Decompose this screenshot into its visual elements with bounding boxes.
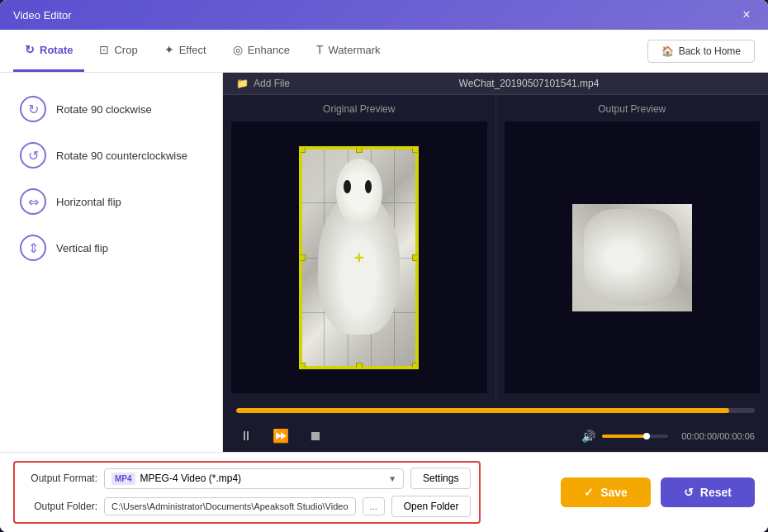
tab-effect[interactable]: ✦ Effect [153,30,218,72]
save-label: Save [600,486,628,499]
format-row: Output Format: MP4 MPEG-4 Video (*.mp4) … [23,468,471,489]
folder-row: Output Folder: C:\Users\Administrator\Do… [23,496,471,517]
enhance-tab-icon: ◎ [233,43,243,56]
output-dog [572,204,692,311]
tab-rotate[interactable]: ↻ Rotate [13,30,84,72]
volume-fill [602,435,648,438]
time-display: 00:00:00/00:00:06 [681,431,755,441]
flip-v-label: Vertical flip [56,242,108,254]
rotate-cw-label: Rotate 90 clockwise [56,103,152,116]
save-button[interactable]: ✓ Save [561,477,651,507]
folder-path-display: C:\Users\Administrator\Documents\Apeakso… [104,497,356,515]
more-options-button[interactable]: ... [363,497,385,515]
reset-refresh-icon: ↺ [684,486,694,499]
add-file-button[interactable]: 📁 Add File [236,78,290,89]
output-folder-label: Output Folder: [23,501,97,512]
title-bar: Video Editor × [0,0,768,30]
volume-bar[interactable] [602,435,668,438]
tab-crop[interactable]: ⊡ Crop [88,30,149,72]
rotate-ccw-icon: ↺ [20,142,46,169]
right-panel: 📁 Add File WeChat_20190507101541.mp4 Ori… [223,73,768,452]
output-preview-panel: Output Preview [496,95,769,401]
output-preview-label: Output Preview [598,103,666,115]
window-title: Video Editor [13,9,72,21]
action-buttons: ✓ Save ↺ Reset [561,477,755,507]
tool-flip-h[interactable]: ⇔ Horizontal flip [0,178,222,225]
output-dog-body [584,209,680,306]
reset-label: Reset [700,486,732,499]
output-video-canvas [505,121,761,393]
dog-head [336,159,382,225]
mp4-badge: MP4 [111,473,135,485]
timeline-area[interactable] [223,401,768,420]
output-video [572,204,692,311]
tab-watermark[interactable]: T Watermark [305,30,392,72]
tool-flip-v[interactable]: ⇕ Vertical flip [0,225,222,271]
back-home-label: Back to Home [679,45,741,57]
pause-button[interactable]: ⏸ [236,425,256,447]
fast-forward-button[interactable]: ⏩ [269,425,292,447]
original-video: + [299,146,419,369]
tab-rotate-label: Rotate [40,44,73,56]
original-video-canvas: + [231,121,487,393]
toolbar: ↻ Rotate ⊡ Crop ✦ Effect ◎ Enhance T Wat… [0,30,768,73]
tab-crop-label: Crop [114,44,137,56]
stop-button[interactable]: ⏹ [306,425,325,447]
dog-eye-left [344,180,350,193]
settings-button[interactable]: Settings [410,468,471,489]
home-icon: 🏠 [661,45,674,57]
tab-watermark-label: Watermark [329,44,381,56]
format-select-dropdown[interactable]: MP4 MPEG-4 Video (*.mp4) ▼ [104,468,404,489]
folder-path-text: C:\Users\Administrator\Documents\Apeakso… [111,501,348,511]
crop-tab-icon: ⊡ [99,43,109,56]
output-format-label: Output Format: [23,473,97,484]
dropdown-arrow-icon: ▼ [388,474,396,483]
tool-rotate-cw[interactable]: ↻ Rotate 90 clockwise [0,86,222,132]
video-editor-window: Video Editor × ↻ Rotate ⊡ Crop ✦ Effect … [0,0,768,532]
tab-effect-label: Effect [179,44,206,56]
content-area: ↻ Rotate 90 clockwise ↺ Rotate 90 counte… [0,73,768,452]
file-name: WeChat_20190507101541.mp4 [303,78,755,89]
progress-fill [236,408,729,413]
tab-enhance[interactable]: ◎ Enhance [221,30,301,72]
add-file-label: Add File [254,78,290,89]
controls-bar: ⏸ ⏩ ⏹ 🔊 00:00:00/00:00:06 [223,420,768,452]
back-home-button[interactable]: 🏠 Back to Home [647,40,755,63]
volume-knob [643,433,650,439]
rotate-cw-icon: ↻ [20,96,46,122]
volume-area: 🔊 [581,430,668,443]
rotate-tab-icon: ↻ [25,43,35,56]
file-bar: 📁 Add File WeChat_20190507101541.mp4 [223,73,768,95]
output-labels-section: Output Format: MP4 MPEG-4 Video (*.mp4) … [13,461,481,524]
left-panel: ↻ Rotate 90 clockwise ↺ Rotate 90 counte… [0,73,223,452]
flip-h-label: Horizontal flip [56,196,121,208]
effect-tab-icon: ✦ [164,43,174,56]
flip-h-icon: ⇔ [20,188,46,215]
progress-bar[interactable] [236,408,755,413]
bottom-bar: Output Format: MP4 MPEG-4 Video (*.mp4) … [0,452,768,532]
original-preview-label: Original Preview [323,103,395,115]
watermark-tab-icon: T [316,43,324,56]
add-file-icon: 📁 [236,78,249,89]
tab-enhance-label: Enhance [248,44,290,56]
open-folder-button[interactable]: Open Folder [391,496,472,517]
reset-button[interactable]: ↺ Reset [661,477,755,507]
format-value: MPEG-4 Video (*.mp4) [140,473,384,484]
preview-panels: Original Preview [223,95,768,401]
volume-icon: 🔊 [581,430,595,443]
format-folder-wrapper: Output Format: MP4 MPEG-4 Video (*.mp4) … [13,461,755,524]
original-preview-panel: Original Preview [223,95,495,401]
dog-image-original: + [299,146,419,369]
rotate-ccw-label: Rotate 90 counterclockwise [56,150,187,162]
close-button[interactable]: × [738,7,755,23]
tool-rotate-ccw[interactable]: ↺ Rotate 90 counterclockwise [0,132,222,178]
save-check-icon: ✓ [584,486,594,499]
flip-v-icon: ⇕ [20,235,46,261]
